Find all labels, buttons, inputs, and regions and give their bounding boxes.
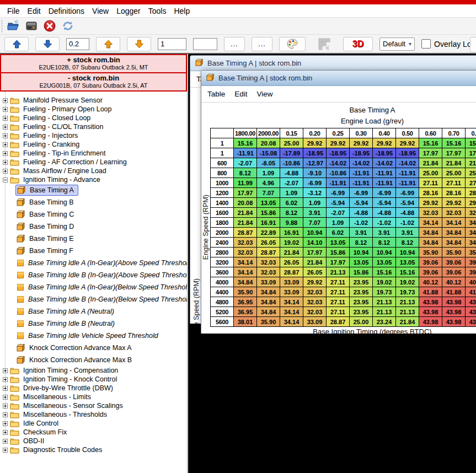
table-cell[interactable]: -11.91 [350,168,373,178]
table-cell[interactable]: 32.03 [257,267,280,277]
table-cell[interactable]: 3.91 [396,228,419,238]
table-cell[interactable]: 33.09 [303,317,327,327]
table-cell[interactable]: 3.91 [303,208,327,218]
table-cell[interactable]: 19.73 [396,287,419,297]
table-cell[interactable]: 34.84 [442,238,466,248]
tree-item-base-timing-c[interactable]: Base Timing C [0,208,187,221]
window-titlebar[interactable]: Base Timing A | stock rom.bin [190,56,476,71]
tree-item-miscellaneous-limits[interactable]: Miscellaneous - Limits [0,393,187,401]
table-cell[interactable]: 35.90 [442,248,466,257]
table-cell[interactable]: -4.88 [373,208,396,218]
increment-coarse-button[interactable] [96,37,120,51]
table-cell[interactable]: 7.07 [257,188,280,198]
table-cell[interactable]: -5.94 [327,198,350,208]
table-cell[interactable]: 3.91 [350,228,373,238]
table-cell[interactable]: 10.94 [303,228,327,238]
table-cell[interactable]: 21.13 [396,307,419,317]
table-cell[interactable]: 13.05 [350,257,373,267]
table-cell[interactable]: 43.98 [442,317,466,327]
table-cell[interactable]: -4.88 [350,208,373,218]
table-cell[interactable]: 34.84 [466,228,476,238]
tree-item-base-timing-idle-a-neutral[interactable]: Base Timing Idle A (Neutral) [0,305,187,318]
tree-item-base-timing-e[interactable]: Base Timing E [0,233,187,245]
window-titlebar[interactable]: Base Timing A | stock rom.bin [201,71,476,86]
table-cell[interactable]: -14.02 [350,158,373,168]
table-cell[interactable]: 41.88 [419,287,442,297]
toolbar-drag-handle[interactable] [1,20,3,33]
table-cell[interactable]: 34.14 [442,218,466,228]
tree-item-base-timing-idle-b-in-gear-below-speed-threshold[interactable]: Base Timing Idle B (In-Gear)(Below Speed… [0,293,187,305]
table-cell[interactable]: -8.05 [257,158,280,168]
expand-icon[interactable] [3,142,8,147]
table-cell[interactable]: -1.02 [396,218,419,228]
table-cell[interactable]: -14.02 [396,158,419,168]
table-cell[interactable]: 22.89 [257,228,280,238]
table-cell[interactable]: -5.94 [350,198,373,208]
table-cell[interactable]: 10.94 [350,248,373,257]
table-cell[interactable]: -2.07 [234,158,257,168]
table-cell[interactable]: 26.05 [303,267,327,277]
table-cell[interactable]: -12.97 [303,158,327,168]
table-cell[interactable]: 21.84 [303,257,327,267]
table-cell[interactable]: 8.12 [373,238,396,248]
table-cell[interactable]: -18.95 [373,148,396,158]
table-cell[interactable]: 27.11 [327,297,350,307]
table-cell[interactable]: 29.92 [303,277,327,287]
table-cell[interactable]: 21.84 [419,158,442,168]
table-cell[interactable]: -6.99 [350,188,373,198]
color-scale-button[interactable] [279,37,306,51]
table-cell[interactable]: -11.91 [396,178,419,188]
multiply-button[interactable]: ... [224,37,245,51]
table-cell[interactable]: -1.02 [350,218,373,228]
tree-item-fueling-cranking[interactable]: Fueling - Cranking [0,140,187,149]
table-cell[interactable]: 32.03 [234,238,257,248]
table-cell[interactable]: 41.88 [466,287,476,297]
table-cell[interactable]: -15.08 [257,148,280,158]
table-cell[interactable]: 34.84 [442,228,466,238]
table-cell[interactable]: 28.16 [419,188,442,198]
table-cell[interactable]: -10.86 [327,168,350,178]
table-cell[interactable]: 25.00 [280,138,303,148]
table-cell[interactable]: 1.09 [257,168,280,178]
table-cell[interactable]: 23.95 [350,307,373,317]
tree-item-base-timing-idle-a-in-gear-below-speed-threshold[interactable]: Base Timing Idle A (In-Gear)(Below Speed… [0,281,187,293]
table-cell[interactable]: 35.90 [234,287,257,297]
table-cell[interactable]: 1.09 [280,188,303,198]
table-cell[interactable]: 32.03 [303,297,327,307]
table-cell[interactable]: 32.03 [466,208,476,218]
table-cell[interactable]: 34.84 [234,277,257,287]
table-cell[interactable]: 15.16 [419,138,442,148]
table-cell[interactable]: 39.06 [442,257,466,267]
tree-item-manifold-pressure-sensor[interactable]: Manifold Pressure Sensor [0,96,187,105]
table-cell[interactable]: 43.98 [442,297,466,307]
overlay-log-checkbox[interactable] [421,39,431,49]
menu-help[interactable]: Help [170,6,194,17]
table-cell[interactable]: 7.07 [303,218,327,228]
table-cell[interactable]: 40.12 [419,277,442,287]
increment-fine-button[interactable] [4,37,29,51]
table-cell[interactable]: 20.08 [257,138,280,148]
tree-item-fueling-closed-loop[interactable]: Fueling - Closed Loop [0,114,187,122]
table-cell[interactable]: -4.88 [396,208,419,218]
table-cell[interactable]: 6.02 [327,228,350,238]
refresh-icon[interactable] [61,19,74,33]
table-cell[interactable]: -18.95 [327,148,350,158]
table-cell[interactable]: 43.98 [466,297,476,307]
table-cell[interactable]: -6.99 [303,178,327,188]
table-cell[interactable]: 1.09 [303,198,327,208]
view-3d-button[interactable]: 3D [343,37,373,51]
table-cell[interactable]: -17.89 [280,148,303,158]
table-cell[interactable]: -6.99 [373,188,396,198]
table-cell[interactable]: 13.05 [327,238,350,248]
table-cell[interactable]: 21.84 [234,218,257,228]
table-cell[interactable]: -5.94 [396,198,419,208]
table-window[interactable]: Base Timing A | stock rom.bin TableEditV… [201,70,476,334]
table-cell[interactable]: 39.06 [419,257,442,267]
menu-tools[interactable]: Tools [145,6,170,17]
table-cell[interactable]: 39.06 [466,257,476,267]
table-cell[interactable]: 10.94 [373,248,396,257]
table-cell[interactable]: 10.94 [396,248,419,257]
coarse-increment-input[interactable] [158,38,186,50]
table-cell[interactable]: 34.84 [257,297,280,307]
fine-increment-input[interactable] [66,38,89,50]
